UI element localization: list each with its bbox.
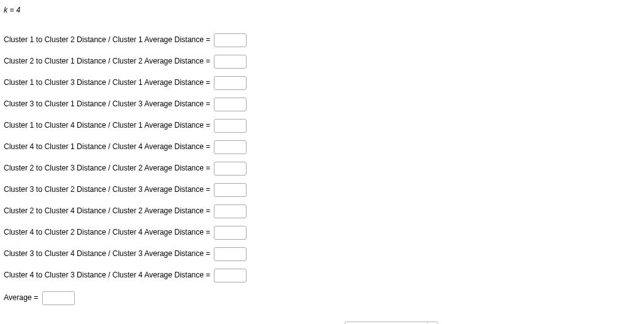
- ratio-label: Cluster 2 to Cluster 1 Distance / Cluste…: [4, 56, 210, 67]
- ratio-row: Cluster 3 to Cluster 4 Distance / Cluste…: [4, 247, 639, 261]
- ratio-label: Cluster 3 to Cluster 4 Distance / Cluste…: [4, 249, 210, 259]
- ratio-input[interactable]: [214, 140, 247, 154]
- ratio-label: Cluster 3 to Cluster 2 Distance / Cluste…: [4, 184, 210, 195]
- ratio-input[interactable]: [214, 269, 247, 282]
- ratio-label: Cluster 4 to Cluster 1 Distance / Cluste…: [4, 142, 210, 152]
- ratio-row: Cluster 1 to Cluster 3 Distance / Cluste…: [4, 76, 639, 90]
- answer-select[interactable]: - Select your answer - ▲ ▼: [345, 321, 438, 324]
- ratio-input[interactable]: [214, 55, 247, 69]
- ratio-row: Cluster 1 to Cluster 4 Distance / Cluste…: [4, 119, 639, 133]
- ratio-row: Cluster 4 to Cluster 2 Distance / Cluste…: [4, 226, 639, 240]
- average-row: Average =: [4, 291, 639, 305]
- ratio-row: Cluster 2 to Cluster 3 Distance / Cluste…: [4, 162, 639, 176]
- ratio-input[interactable]: [214, 76, 247, 90]
- ratio-input[interactable]: [214, 204, 247, 218]
- conclusion-row: Based on the individual ratio values and…: [4, 321, 639, 324]
- ratio-row: Cluster 4 to Cluster 3 Distance / Cluste…: [4, 269, 639, 282]
- ratio-row: Cluster 1 to Cluster 2 Distance / Cluste…: [4, 33, 639, 47]
- ratio-row: Cluster 4 to Cluster 1 Distance / Cluste…: [4, 140, 639, 154]
- ratio-input[interactable]: [214, 226, 247, 240]
- ratio-label: Cluster 1 to Cluster 3 Distance / Cluste…: [4, 77, 210, 88]
- ratio-label: Cluster 2 to Cluster 3 Distance / Cluste…: [4, 163, 210, 174]
- ratio-input[interactable]: [214, 33, 247, 47]
- ratio-input[interactable]: [214, 119, 247, 133]
- ratio-label: Cluster 4 to Cluster 2 Distance / Cluste…: [4, 227, 210, 238]
- k-heading: k = 4: [4, 5, 639, 16]
- average-label: Average =: [4, 293, 38, 303]
- ratio-row: Cluster 2 to Cluster 1 Distance / Cluste…: [4, 55, 639, 69]
- ratio-label: Cluster 1 to Cluster 2 Distance / Cluste…: [4, 35, 210, 45]
- ratio-row: Cluster 3 to Cluster 1 Distance / Cluste…: [4, 98, 639, 111]
- ratio-input[interactable]: [214, 247, 247, 261]
- ratio-input[interactable]: [214, 183, 247, 197]
- ratio-label: Cluster 2 to Cluster 4 Distance / Cluste…: [4, 206, 210, 216]
- ratio-row: Cluster 3 to Cluster 2 Distance / Cluste…: [4, 183, 639, 197]
- ratio-label: Cluster 1 to Cluster 4 Distance / Cluste…: [4, 120, 210, 131]
- average-input[interactable]: [42, 291, 75, 305]
- ratio-label: Cluster 4 to Cluster 3 Distance / Cluste…: [4, 270, 210, 281]
- ratio-row: Cluster 2 to Cluster 4 Distance / Cluste…: [4, 204, 639, 218]
- ratio-label: Cluster 3 to Cluster 1 Distance / Cluste…: [4, 99, 210, 109]
- ratio-input[interactable]: [214, 162, 247, 176]
- ratio-rows-container: Cluster 1 to Cluster 2 Distance / Cluste…: [4, 33, 639, 282]
- ratio-input[interactable]: [214, 98, 247, 111]
